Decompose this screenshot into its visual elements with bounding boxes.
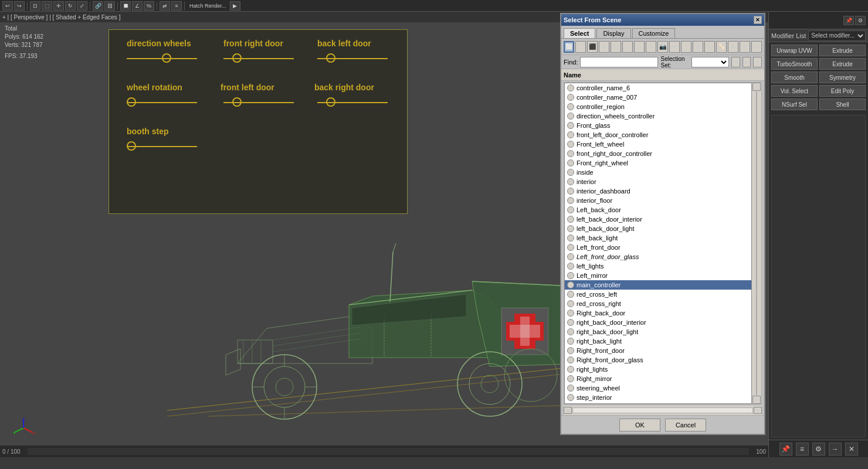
list-item[interactable]: Front_left_wheel (565, 140, 751, 149)
light-filter-btn[interactable]: ☀ (646, 41, 656, 53)
scale-btn[interactable]: ⤢ (77, 1, 87, 11)
nsurf-sel-btn[interactable]: NSurf Sel (771, 98, 818, 110)
camera-filter-btn[interactable]: 📷 (657, 41, 668, 53)
list-item[interactable]: right_back_light (565, 337, 751, 346)
smooth-btn[interactable]: Smooth (771, 72, 818, 83)
link-btn[interactable]: 🔗 (93, 1, 103, 11)
list-item[interactable]: main_controller (565, 280, 751, 290)
list-item[interactable]: red_cross_right (565, 299, 751, 308)
invert-btn[interactable]: ⬛ (587, 41, 598, 53)
frozen-filter-btn[interactable]: ❄ (740, 41, 750, 53)
list-item[interactable]: controller_region (565, 102, 751, 111)
list-item[interactable]: wheel_rotation_controller (565, 402, 751, 404)
select-by-name-btn[interactable]: A (599, 41, 609, 53)
list-item[interactable]: controller_name_007 (565, 93, 751, 102)
mirror-btn[interactable]: ⇌ (160, 1, 170, 11)
all-types-btn[interactable]: ★ (728, 41, 738, 53)
turbosmooth-btn[interactable]: TurboSmooth (771, 58, 818, 70)
bone-filter-btn[interactable]: 🦴 (716, 41, 727, 53)
render-btn[interactable]: ▶ (230, 1, 240, 11)
modifier-dropdown[interactable]: Select modifier... (808, 30, 866, 41)
object-props-btn[interactable]: ⚙ (812, 443, 825, 456)
scroll-left-btn[interactable]: ◄ (564, 407, 572, 414)
shell-btn[interactable]: Shell (819, 98, 866, 110)
pin-btn[interactable]: 📌 (843, 16, 854, 25)
object-list[interactable]: controller_name_6controller_name_007cont… (564, 83, 752, 404)
ok-button[interactable]: OK (619, 419, 660, 431)
symmetry-btn[interactable]: Symmetry (819, 72, 866, 83)
select-all-btn[interactable]: ⬜ (564, 41, 574, 53)
list-item[interactable]: Right_mirror (565, 374, 751, 383)
extrude-btn-2[interactable]: Extrude (819, 58, 866, 70)
dialog-scrollbar[interactable]: ▲ ▼ (752, 83, 761, 404)
list-item[interactable]: controller_name_6 (565, 83, 751, 93)
list-item[interactable]: red_cross_left (565, 290, 751, 299)
unlink-btn[interactable]: ⛓ (104, 1, 115, 11)
groups-filter-btn[interactable]: ▣ (693, 41, 703, 53)
scroll-thumb[interactable] (756, 91, 757, 395)
timeline-track[interactable] (28, 448, 750, 455)
move-to-btn[interactable]: → (829, 443, 842, 456)
move-btn[interactable]: ✛ (53, 1, 64, 11)
find-prev-btn[interactable]: ◄ (731, 57, 740, 67)
delete-mod-btn[interactable]: ✕ (845, 443, 858, 456)
scroll-down-btn[interactable]: ▼ (752, 396, 761, 404)
h-scroll-thumb[interactable] (572, 407, 753, 413)
list-item[interactable]: right_back_door_light (565, 327, 751, 337)
angle-snap-btn[interactable]: ∠ (132, 1, 143, 11)
spacewarp-filter-btn[interactable]: ~ (681, 41, 691, 53)
scroll-right-btn[interactable]: ► (754, 407, 762, 414)
list-item[interactable]: interior (565, 177, 751, 186)
dialog-horizontal-scrollbar[interactable]: ◄ ► (564, 406, 762, 415)
find-options-btn[interactable]: ▼ (753, 57, 762, 67)
selection-set-dropdown[interactable] (691, 57, 729, 67)
list-item[interactable]: Left_front_door (565, 243, 751, 252)
list-item[interactable]: left_back_light (565, 233, 751, 243)
select-region-btn[interactable]: ⬚ (42, 1, 52, 11)
list-item[interactable]: right_lights (565, 365, 751, 374)
tab-customize[interactable]: Customize (632, 28, 676, 38)
list-item[interactable]: left_back_door_light (565, 224, 751, 233)
list-item[interactable]: inside (565, 168, 751, 177)
extrude-btn-1[interactable]: Extrude (819, 45, 866, 56)
select-btn[interactable]: ⊡ (30, 1, 40, 11)
unwrap-uvw-btn[interactable]: Unwrap UVW (771, 45, 818, 56)
find-next-btn[interactable]: ► (742, 57, 751, 67)
list-item[interactable]: interior_dashboard (565, 186, 751, 196)
list-item[interactable]: Left_back_door (565, 205, 751, 215)
list-item[interactable]: right_back_door_interior (565, 318, 751, 327)
percent-snap-btn[interactable]: % (144, 1, 154, 11)
list-item[interactable]: interior_floor (565, 196, 751, 205)
undo-btn[interactable]: ↩ (2, 1, 13, 11)
shape-filter-btn[interactable]: ◇ (634, 41, 645, 53)
list-item[interactable]: direction_wheels_controller (565, 111, 751, 121)
list-item[interactable]: front_right_door_controller (565, 149, 751, 158)
dialog-close-button[interactable]: ✕ (754, 16, 762, 24)
case-sensitive-btn[interactable]: Aa (611, 41, 621, 53)
rotate-btn[interactable]: ↻ (65, 1, 76, 11)
tab-select[interactable]: Select (564, 28, 595, 38)
snap-btn[interactable]: 🔲 (120, 1, 131, 11)
list-item[interactable]: left_lights (565, 261, 751, 271)
configure-btn[interactable]: ⚙ (855, 16, 866, 25)
show-all-btn[interactable]: ≡ (796, 443, 809, 456)
helper-filter-btn[interactable]: ✚ (669, 41, 680, 53)
options-btn[interactable]: ▼ (751, 41, 762, 53)
list-item[interactable]: Left_mirror (565, 271, 751, 280)
scroll-up-btn[interactable]: ▲ (752, 83, 761, 91)
list-item[interactable]: Right_front_door_glass (565, 355, 751, 365)
pin-stack-btn[interactable]: 📌 (779, 443, 792, 456)
list-item[interactable]: Front_glass (565, 121, 751, 130)
list-item[interactable]: front_left_door_controller (565, 130, 751, 140)
list-item[interactable]: left_back_door_interior (565, 215, 751, 224)
select-none-btn[interactable]: ☐ (575, 41, 586, 53)
geometry-filter-btn[interactable]: △ (622, 41, 633, 53)
tab-display[interactable]: Display (596, 28, 630, 38)
list-item[interactable]: Front_right_wheel (565, 158, 751, 168)
vol-select-btn[interactable]: Vol. Select (771, 85, 818, 97)
list-item[interactable]: steering_wheel (565, 383, 751, 393)
list-item[interactable]: Left_front_door_glass (565, 252, 751, 261)
find-input[interactable] (580, 57, 658, 67)
xref-filter-btn[interactable]: X (704, 41, 715, 53)
list-item[interactable]: Right_front_door (565, 346, 751, 355)
